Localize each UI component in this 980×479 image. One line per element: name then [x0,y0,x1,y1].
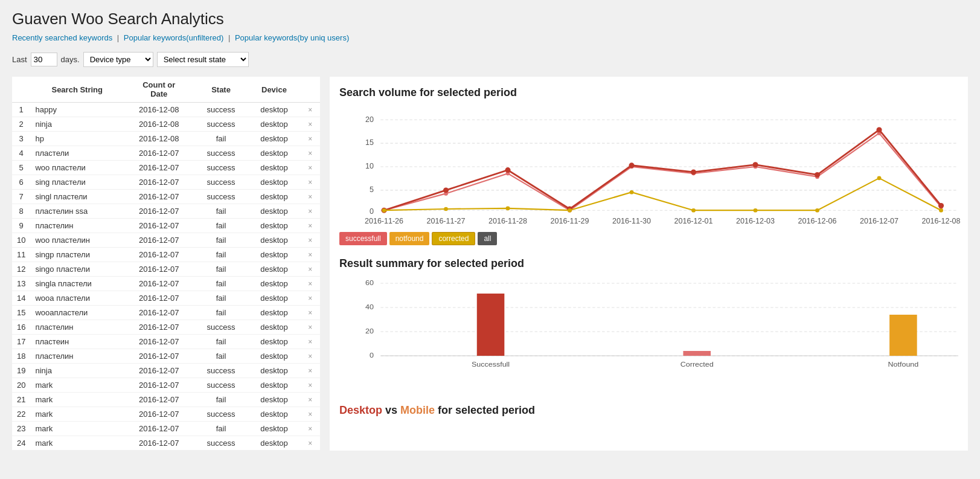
legend-corrected[interactable]: corrected [432,232,475,245]
row-device: desktop [248,262,301,277]
legend-all[interactable]: all [478,232,497,245]
row-date: 2016-12-07 [124,204,194,219]
svg-point-31 [443,187,449,193]
bar-chart-svg: 60 40 20 0 Successfull Corrected Notfoun… [339,277,958,386]
row-date: 2016-12-08 [124,132,194,146]
left-panel: Search String Count orDate State Device … [12,77,320,451]
nav-popular-uniq[interactable]: Popular keywords(by uniq users) [235,33,349,42]
row-delete[interactable]: × [300,436,320,451]
row-state: success [194,103,248,117]
row-delete[interactable]: × [300,117,320,132]
last-days-input[interactable] [31,53,57,66]
row-device: desktop [248,175,301,190]
nav-links: Recently searched keywords | Popular key… [12,33,968,42]
chart-legend: successfull notfound corrected all [339,232,958,245]
table-row: 1 happy 2016-12-08 success desktop × [12,103,320,117]
row-date: 2016-12-07 [124,378,194,393]
row-date: 2016-12-07 [124,146,194,161]
row-delete[interactable]: × [300,393,320,407]
table-row: 7 singl пластели 2016-12-07 success desk… [12,190,320,204]
row-device: desktop [248,219,301,233]
bar-chart-area: 60 40 20 0 Successfull Corrected Notfoun… [339,277,958,386]
row-term: mark [30,393,124,407]
svg-text:Corrected: Corrected [681,361,714,368]
row-num: 8 [12,204,30,219]
row-device: desktop [248,422,301,436]
col-num [12,77,30,103]
row-term: пластелин [30,349,124,364]
row-delete[interactable]: × [300,306,320,320]
vs-suffix: for selected period [435,404,535,416]
table-row: 11 singp пластели 2016-12-07 fail deskto… [12,248,320,262]
row-term: пластелин ssa [30,204,124,219]
row-state: fail [194,306,248,320]
row-num: 12 [12,262,30,277]
svg-point-36 [752,162,758,167]
row-device: desktop [248,277,301,291]
row-term: woo пластелин [30,233,124,248]
row-state: success [194,407,248,422]
legend-notfound[interactable]: notfound [389,232,430,245]
row-delete[interactable]: × [300,146,320,161]
legend-successfull[interactable]: successfull [339,232,387,245]
row-delete[interactable]: × [300,364,320,378]
row-delete[interactable]: × [300,190,320,204]
row-num: 17 [12,335,30,349]
state-select[interactable]: Select result state success fail correct… [157,52,249,67]
row-state: success [194,436,248,451]
row-term: wooa пластели [30,291,124,306]
row-term: пластели [30,146,124,161]
row-device: desktop [248,161,301,175]
vs-text: vs [382,404,400,416]
row-date: 2016-12-07 [124,364,194,378]
row-delete[interactable]: × [300,378,320,393]
row-state: fail [194,262,248,277]
row-delete[interactable]: × [300,335,320,349]
row-delete[interactable]: × [300,291,320,306]
device-type-select[interactable]: Device type All Desktop Mobile [83,52,153,67]
row-delete[interactable]: × [300,161,320,175]
row-num: 13 [12,277,30,291]
row-delete[interactable]: × [300,320,320,335]
row-date: 2016-12-07 [124,320,194,335]
svg-text:2016-12-01: 2016-12-01 [674,217,713,226]
row-state: fail [194,291,248,306]
row-delete[interactable]: × [300,219,320,233]
row-term: ninja [30,364,124,378]
row-date: 2016-12-07 [124,335,194,349]
row-delete[interactable]: × [300,248,320,262]
svg-text:2016-11-28: 2016-11-28 [488,217,527,226]
row-delete[interactable]: × [300,233,320,248]
row-state: fail [194,335,248,349]
row-delete[interactable]: × [300,204,320,219]
row-delete[interactable]: × [300,262,320,277]
row-date: 2016-12-07 [124,407,194,422]
row-delete[interactable]: × [300,407,320,422]
row-delete[interactable]: × [300,277,320,291]
table-row: 16 пластелин 2016-12-07 success desktop … [12,320,320,335]
row-delete[interactable]: × [300,103,320,117]
svg-text:Notfound: Notfound [888,361,919,368]
svg-text:Successfull: Successfull [472,361,510,368]
row-state: fail [194,219,248,233]
row-delete[interactable]: × [300,175,320,190]
svg-point-32 [505,167,510,173]
nav-recently[interactable]: Recently searched keywords [12,33,112,42]
table-row: 6 sing пластели 2016-12-07 success deskt… [12,175,320,190]
col-device: Device [248,77,301,103]
row-num: 3 [12,132,30,146]
svg-text:2016-11-26: 2016-11-26 [365,217,403,226]
row-delete[interactable]: × [300,422,320,436]
table-row: 22 mark 2016-12-07 success desktop × [12,407,320,422]
col-actions [300,77,320,103]
row-state: success [194,146,248,161]
table-row: 14 wooa пластели 2016-12-07 fail desktop… [12,291,320,306]
line-chart-area: 20 15 10 5 0 2016-11-26 2016-11-27 2016-… [339,106,958,227]
row-num: 23 [12,422,30,436]
row-delete[interactable]: × [300,132,320,146]
row-term: singl пластели [30,190,124,204]
svg-point-37 [815,172,820,178]
row-delete[interactable]: × [300,349,320,364]
nav-popular-unfiltered[interactable]: Popular keywords(unfiltered) [124,33,223,42]
svg-text:5: 5 [370,185,374,194]
